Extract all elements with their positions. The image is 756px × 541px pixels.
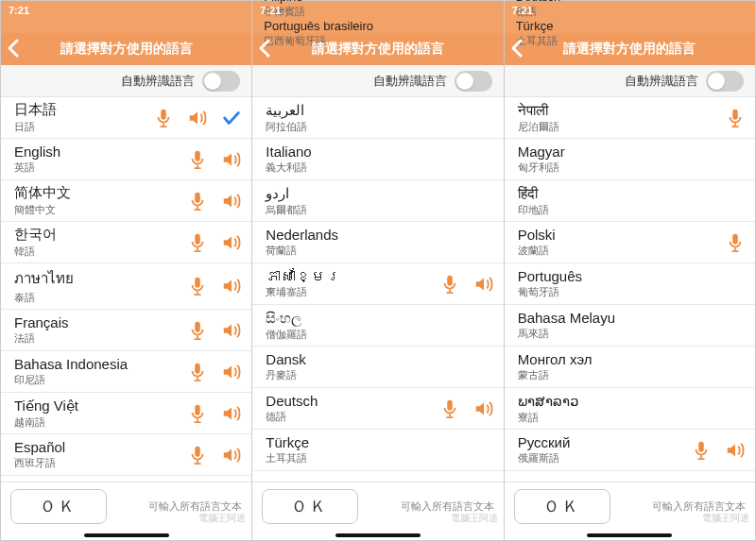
auto-detect-switch[interactable]: [706, 71, 744, 92]
language-native: Bahasa Indonesia: [14, 356, 187, 372]
language-item[interactable]: Bahasa Indonesia 印尼語: [1, 351, 251, 393]
language-item[interactable]: Tiếng Việt 越南語: [1, 393, 251, 434]
input-hint: 可輸入所有語言文本: [652, 499, 746, 514]
language-list[interactable]: 日本語 日語 English 英語 简体中文 簡體中文: [1, 97, 251, 482]
item-icons: [187, 403, 242, 424]
language-local: 丹麥語: [266, 368, 493, 382]
bottom-bar: ＯＫ 可輸入所有語言文本 電腦王阿達: [252, 482, 503, 531]
svg-rect-20: [195, 380, 201, 381]
language-local: 蒙古語: [518, 368, 746, 382]
language-item[interactable]: 한국어 韓語: [1, 222, 251, 263]
mic-icon: [187, 320, 208, 341]
item-icons: [187, 276, 242, 296]
header-title: 請選擇對方使用的語言: [312, 41, 444, 58]
language-item[interactable]: සිංහල 僧伽羅語: [252, 305, 503, 347]
svg-rect-33: [732, 109, 738, 119]
language-item[interactable]: العربية 阿拉伯語: [252, 97, 503, 139]
language-item[interactable]: 日本語 日語: [1, 97, 251, 139]
svg-rect-2: [161, 126, 167, 127]
back-button[interactable]: [510, 39, 524, 58]
item-icons: [725, 108, 746, 128]
svg-rect-0: [162, 109, 167, 119]
language-native: Français: [14, 314, 187, 330]
svg-rect-24: [196, 446, 201, 456]
language-item[interactable]: 简体中文 簡體中文: [1, 180, 251, 222]
language-item[interactable]: Nederlands 荷蘭語: [252, 222, 503, 263]
svg-rect-7: [197, 206, 198, 209]
language-item[interactable]: Монгол хэл 蒙古語: [505, 347, 755, 388]
language-native: Монгол хэл: [518, 351, 746, 367]
ok-button[interactable]: ＯＫ: [262, 489, 358, 524]
language-item[interactable]: Polski 波蘭語: [505, 222, 755, 263]
language-item[interactable]: Deutsch 德語: [252, 388, 503, 430]
mic-icon: [439, 398, 460, 419]
language-local: 韓語: [14, 245, 187, 259]
language-item[interactable]: Magyar 匈牙利語: [505, 139, 755, 180]
item-icons: [725, 232, 746, 253]
svg-rect-23: [195, 421, 201, 423]
language-item[interactable]: English 英語: [1, 139, 251, 180]
language-native: English: [14, 144, 187, 160]
svg-rect-39: [698, 441, 704, 451]
back-button[interactable]: [7, 39, 20, 58]
svg-rect-9: [196, 233, 201, 244]
language-item[interactable]: ភាសាខ្មែរ 柬埔寨語: [252, 263, 503, 305]
language-item[interactable]: Dansk 丹麥語: [252, 347, 503, 388]
language-item[interactable]: اردو 烏爾都語: [252, 180, 503, 222]
language-item[interactable]: Italiano 義大利語: [252, 139, 503, 180]
language-native: Tiếng Việt: [14, 397, 187, 414]
ok-button[interactable]: ＯＫ: [10, 489, 107, 524]
language-item[interactable]: Português 葡萄牙語: [505, 263, 755, 305]
svg-rect-37: [734, 247, 736, 250]
checkmark-icon: [221, 108, 242, 128]
auto-detect-switch[interactable]: [455, 71, 492, 92]
language-local: 德語: [266, 410, 438, 424]
phone-screen: 7:21 請選擇對方使用的語言 自動辨識語言 日本語 日語: [0, 0, 252, 541]
language-item[interactable]: Русский 俄羅斯語: [505, 430, 755, 471]
language-item[interactable]: नेपाली 尼泊爾語: [505, 97, 755, 139]
language-native: සිංහල: [266, 310, 493, 327]
mic-icon: [439, 274, 460, 295]
svg-rect-22: [197, 418, 198, 421]
language-item[interactable]: हिंदी 印地語: [505, 180, 755, 222]
language-local: 義大利語: [266, 161, 493, 175]
language-item[interactable]: Türkçe 土耳其語: [252, 430, 503, 471]
language-local: 馬來語: [518, 327, 746, 341]
speaker-icon: [473, 398, 494, 419]
language-native: Русский: [518, 434, 691, 450]
language-local: 尼泊爾語: [518, 120, 725, 134]
language-native: Bahasa Melayu: [518, 310, 746, 326]
language-local: 越南語: [14, 415, 187, 430]
speaker-icon: [187, 108, 208, 128]
svg-rect-41: [697, 458, 704, 460]
language-item[interactable]: Bahasa Melayu 馬來語: [505, 305, 755, 347]
language-list[interactable]: नेपाली 尼泊爾語 Magyar 匈牙利語 हिंदी 印地語 Polski…: [505, 97, 755, 482]
speaker-icon: [221, 403, 242, 424]
speaker-icon: [221, 191, 242, 211]
back-button[interactable]: [258, 39, 271, 58]
svg-rect-36: [732, 233, 738, 244]
item-icons: [187, 320, 242, 341]
language-local: 土耳其語: [266, 451, 493, 465]
status-time: 7:21: [9, 5, 29, 16]
item-icons: [153, 108, 242, 128]
language-local: 波蘭語: [518, 244, 725, 258]
language-native: Español: [14, 439, 187, 455]
svg-rect-21: [196, 404, 201, 414]
svg-rect-10: [197, 247, 198, 250]
svg-rect-40: [700, 455, 702, 458]
ok-button[interactable]: ＯＫ: [514, 489, 610, 524]
language-local: 寮語: [518, 411, 746, 425]
language-item[interactable]: ພາສາລາວ 寮語: [505, 388, 755, 430]
speaker-icon: [221, 232, 242, 253]
language-item[interactable]: Español 西班牙語: [1, 434, 251, 476]
language-item[interactable]: ภาษาไทย 泰語: [1, 263, 251, 310]
language-native: 日本語: [14, 101, 153, 119]
language-local: 簡體中文: [14, 203, 187, 217]
phone-screen: 7:21 Deutsch德語Türkçe土耳其語 請選擇對方使用的語言 自動辨識…: [505, 0, 756, 541]
auto-detect-switch[interactable]: [202, 71, 240, 92]
language-list[interactable]: العربية 阿拉伯語 Italiano 義大利語 اردو 烏爾都語 Ned…: [252, 97, 503, 482]
watermark: 電腦王阿達: [198, 514, 246, 523]
language-item[interactable]: Français 法語: [1, 310, 251, 351]
language-local: 英語: [14, 161, 187, 175]
